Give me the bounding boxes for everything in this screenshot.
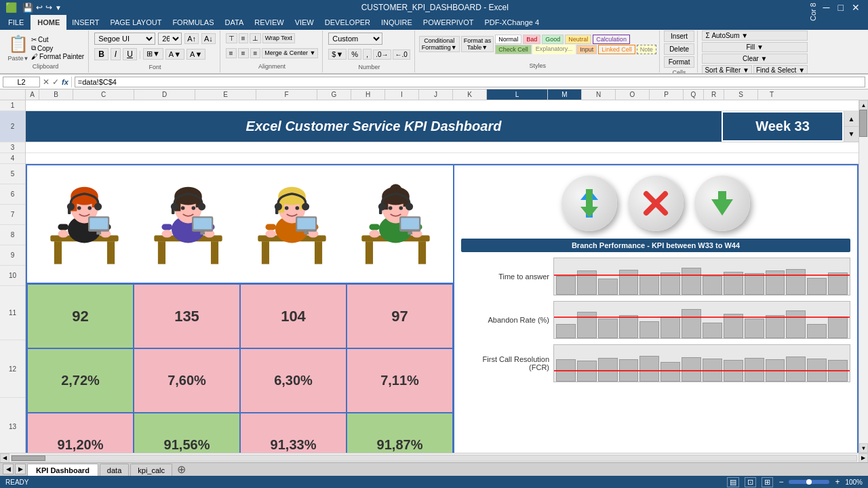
tab-file[interactable]: FILE: [1, 15, 31, 30]
formula-input[interactable]: =data!$C$4: [75, 77, 865, 87]
wrap-text-btn[interactable]: Wrap Text: [262, 33, 295, 43]
col-t[interactable]: T: [758, 89, 785, 100]
row-num-13[interactable]: 13: [0, 398, 25, 453]
delete-cells-btn[interactable]: Delete: [664, 43, 695, 55]
tab-page-layout[interactable]: PAGE LAYOUT: [104, 15, 167, 30]
paste-btn[interactable]: 📋: [7, 33, 30, 55]
comma-btn[interactable]: ,: [363, 49, 372, 60]
tab-insert[interactable]: INSERT: [66, 15, 104, 30]
minimize-btn[interactable]: ─: [821, 2, 833, 13]
tab-data[interactable]: DATA: [220, 15, 250, 30]
zoom-decrease-btn[interactable]: −: [778, 477, 783, 487]
name-box[interactable]: [3, 77, 40, 87]
align-right-btn[interactable]: ≡: [250, 48, 261, 58]
kpi-cell-1-1[interactable]: 92: [27, 284, 134, 348]
view-normal-btn[interactable]: ▤: [727, 477, 739, 487]
indicator-trend-bad[interactable]: [628, 176, 684, 231]
align-mid-btn[interactable]: ≡: [239, 33, 248, 43]
find-select-btn[interactable]: Find & Select ▼: [753, 65, 808, 75]
col-a[interactable]: A: [26, 89, 39, 100]
scroll-down-arrow[interactable]: ▼: [859, 443, 868, 453]
sheet-tab-data[interactable]: data: [100, 464, 129, 476]
zoom-slider-track[interactable]: [789, 480, 829, 484]
fill-btn[interactable]: Fill ▼: [702, 42, 808, 52]
row-num-7[interactable]: 7: [0, 205, 25, 225]
row-num-10[interactable]: 10: [0, 266, 25, 286]
row-num-8[interactable]: 8: [0, 225, 25, 245]
confirm-formula-icon[interactable]: ✓: [52, 77, 59, 87]
kpi-cell-2-4[interactable]: 7,11%: [347, 348, 453, 413]
kpi-cell-3-2[interactable]: 91,56%: [134, 413, 240, 453]
cut-btn[interactable]: ✂ Cut: [31, 36, 84, 43]
h-scroll-left[interactable]: ◀: [0, 453, 9, 463]
col-i[interactable]: I: [385, 89, 419, 100]
font-size-select[interactable]: 26: [158, 33, 182, 45]
font-decrease-btn[interactable]: A↓: [201, 33, 216, 44]
row-num-4[interactable]: 4: [0, 153, 25, 164]
col-c[interactable]: C: [73, 89, 134, 100]
scroll-up-btn[interactable]: ▲: [844, 112, 859, 127]
col-n[interactable]: N: [582, 89, 616, 100]
col-s[interactable]: S: [724, 89, 758, 100]
bold-btn[interactable]: B: [94, 48, 108, 60]
kpi-cell-2-3[interactable]: 6,30%: [240, 348, 347, 413]
style-good[interactable]: Good: [542, 35, 564, 44]
undo-btn[interactable]: ↩: [36, 3, 43, 12]
col-f[interactable]: F: [256, 89, 317, 100]
col-m[interactable]: M: [548, 89, 582, 100]
qat-dropdown-btn[interactable]: ▼: [55, 4, 62, 12]
sort-filter-btn[interactable]: Sort & Filter ▼: [702, 65, 751, 75]
insert-function-icon[interactable]: fx: [62, 78, 68, 86]
font-color-btn[interactable]: A▼: [186, 49, 205, 60]
percent-btn[interactable]: %: [348, 49, 361, 60]
merge-center-btn[interactable]: Merge & Center ▼: [262, 48, 318, 58]
insert-cells-btn[interactable]: Insert: [664, 30, 695, 42]
tab-nav-left[interactable]: ◀: [3, 464, 14, 474]
style-neutral[interactable]: Neutral: [565, 35, 591, 44]
kpi-cell-1-2[interactable]: 135: [134, 284, 240, 348]
style-normal[interactable]: Normal: [495, 35, 521, 44]
col-g[interactable]: G: [317, 89, 351, 100]
border-btn[interactable]: ⊞▼: [143, 48, 163, 60]
tab-formulas[interactable]: FORMULAS: [167, 15, 219, 30]
col-j[interactable]: J: [419, 89, 453, 100]
zoom-increase-btn[interactable]: +: [835, 477, 840, 487]
align-bot-btn[interactable]: ⊥: [250, 33, 261, 43]
row-num-5[interactable]: 5: [0, 164, 25, 184]
col-e[interactable]: E: [195, 89, 256, 100]
format-painter-btn[interactable]: 🖌 Format Painter: [31, 53, 84, 60]
style-note[interactable]: Note: [637, 45, 656, 54]
tab-view[interactable]: VIEW: [290, 15, 319, 30]
col-l[interactable]: L: [487, 89, 548, 100]
kpi-cell-1-4[interactable]: 97: [347, 284, 453, 348]
row-num-2[interactable]: 2: [0, 111, 25, 142]
tab-inquire[interactable]: INQUIRE: [376, 15, 418, 30]
col-k[interactable]: K: [453, 89, 487, 100]
style-calculation[interactable]: Calculation: [593, 35, 630, 44]
tab-pdf[interactable]: PDF-XChange 4: [479, 15, 545, 30]
scroll-down-btn[interactable]: ▼: [844, 127, 859, 142]
increase-decimal-btn[interactable]: .0→: [373, 49, 391, 60]
scroll-up-arrow[interactable]: ▲: [859, 100, 868, 110]
tab-developer[interactable]: DEVELOPER: [319, 15, 376, 30]
style-linked-cell[interactable]: Linked Cell: [598, 45, 635, 54]
save-btn[interactable]: 💾: [22, 3, 33, 13]
tab-powerpivot[interactable]: POWERPIVOT: [418, 15, 479, 30]
row-num-12[interactable]: 12: [0, 340, 25, 398]
row-num-3[interactable]: 3: [0, 142, 25, 153]
sheet-tab-kpi-dashboard[interactable]: KPI Dashboard: [27, 464, 98, 476]
style-bad[interactable]: Bad: [523, 35, 540, 44]
align-center-btn[interactable]: ≡: [238, 48, 249, 58]
col-r[interactable]: R: [704, 89, 724, 100]
col-h[interactable]: H: [351, 89, 385, 100]
restore-btn[interactable]: □: [835, 2, 846, 13]
indicator-trend-down[interactable]: [694, 176, 750, 231]
col-d[interactable]: D: [134, 89, 195, 100]
copy-btn[interactable]: ⧉ Copy: [31, 44, 84, 52]
fill-color-btn[interactable]: A▼: [165, 49, 184, 60]
tab-nav-right[interactable]: ▶: [15, 464, 26, 474]
format-cells-btn[interactable]: Format: [664, 56, 695, 68]
cancel-formula-icon[interactable]: ✕: [43, 77, 50, 87]
h-scroll-right[interactable]: ▶: [859, 453, 868, 463]
row-num-11[interactable]: 11: [0, 286, 25, 340]
